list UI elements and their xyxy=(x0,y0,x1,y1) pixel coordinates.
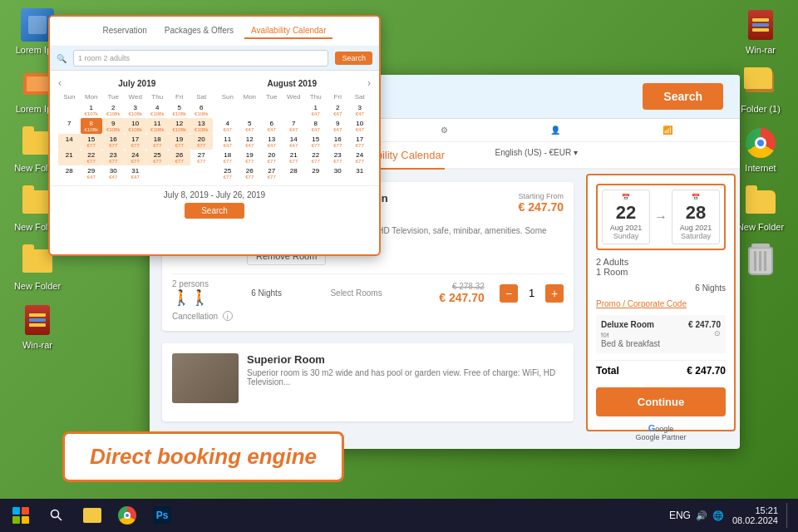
cal-day[interactable]: 24€77 xyxy=(349,150,372,165)
cal-day[interactable]: 13€108k xyxy=(190,118,213,134)
cal-day[interactable]: 21€77 xyxy=(283,150,305,165)
cal-day[interactable]: 12€47 xyxy=(239,134,261,150)
desktop-icon-chrome[interactable]: Internet xyxy=(732,126,790,173)
cal-day[interactable]: 16€77 xyxy=(327,134,349,150)
cal-day[interactable]: 20€77 xyxy=(261,150,283,165)
cal-tab-packages[interactable]: Packages & Offers xyxy=(158,23,240,39)
cal-day[interactable]: 3€47 xyxy=(349,102,372,118)
cal-day[interactable]: 17€77 xyxy=(125,134,147,150)
nav-user-icon[interactable]: 👤 xyxy=(550,126,560,135)
cal-day[interactable]: 4€108k xyxy=(146,102,169,118)
cal-next-btn[interactable]: › xyxy=(367,77,371,89)
cal-day[interactable]: 24€77 xyxy=(125,150,147,165)
cal-day[interactable]: 2€108k xyxy=(102,102,125,118)
cal-day[interactable]: 21 xyxy=(58,150,81,165)
desktop-icon-newfolder-right[interactable]: New Folder xyxy=(732,185,790,232)
capacity-col: 2 persons 🚶🚶 xyxy=(172,279,247,307)
cal-day[interactable]: 16€77 xyxy=(102,134,125,150)
cal-day[interactable]: 14 xyxy=(58,134,81,150)
qty-plus-btn[interactable]: + xyxy=(545,284,564,303)
cal-day[interactable]: 31 xyxy=(349,165,372,181)
cal-day[interactable]: 5€108k xyxy=(169,102,191,118)
cal-day[interactable]: 13€47 xyxy=(261,134,283,150)
continue-button[interactable]: Continue xyxy=(596,387,726,416)
cal-day[interactable]: 30€47 xyxy=(102,165,125,181)
cal-day[interactable]: 25€77 xyxy=(217,165,239,181)
cal-footer: July 8, 2019 - July 26, 2019 Search xyxy=(50,185,379,223)
cal-day[interactable]: 19€77 xyxy=(169,134,191,150)
desktop-icon-recycle-right[interactable] xyxy=(732,244,790,281)
cal-day[interactable]: 27€77 xyxy=(190,150,213,165)
cal-tab-reservation[interactable]: Reservation xyxy=(96,23,154,39)
cal-prev-btn[interactable]: ‹ xyxy=(58,77,62,89)
start-button[interactable] xyxy=(0,499,42,532)
cal-day[interactable]: 31€47 xyxy=(125,165,147,181)
cal-day[interactable]: 29 xyxy=(305,165,328,181)
taskbar-search-btn[interactable] xyxy=(42,499,71,532)
search-button[interactable]: Search xyxy=(643,83,723,110)
cal-day[interactable]: 2€47 xyxy=(327,102,349,118)
cal-day[interactable]: 27€77 xyxy=(261,165,283,181)
cal-day[interactable]: 9€47 xyxy=(327,118,349,134)
nav-wifi-icon[interactable]: 📶 xyxy=(663,126,672,135)
cal-day[interactable]: 23€77 xyxy=(327,150,349,165)
taskbar-chrome[interactable] xyxy=(111,499,144,532)
cal-day[interactable]: 30 xyxy=(327,165,349,181)
cal-day[interactable]: 4€47 xyxy=(217,118,239,134)
price-col: € 278.32 € 247.70 xyxy=(410,282,485,304)
cal-day[interactable]: 17€77 xyxy=(349,134,372,150)
cal-day[interactable]: 15€77 xyxy=(81,134,103,150)
cal-footer-search-btn[interactable]: Search xyxy=(185,203,244,219)
desktop-icon-winrar-left[interactable]: Win-rar xyxy=(8,303,66,350)
qty-minus-btn[interactable]: − xyxy=(500,284,518,303)
cal-day[interactable]: 28 xyxy=(58,165,81,181)
cal-day[interactable]: 9€108k xyxy=(102,118,125,134)
cal-day[interactable]: 5€47 xyxy=(239,118,261,134)
taskbar-explorer[interactable] xyxy=(76,499,109,532)
language-badge[interactable]: English (US) - €EUR ▾ xyxy=(495,148,578,157)
cal-tab-availability[interactable]: Availability Calendar xyxy=(244,23,332,39)
cal-day[interactable]: 1€107k xyxy=(81,102,103,118)
cal-day xyxy=(261,102,283,118)
cal-day[interactable]: 7 xyxy=(58,118,81,134)
promo-link[interactable]: Promo / Corporate Code xyxy=(596,299,726,308)
svg-point-0 xyxy=(52,510,59,518)
cal-day[interactable]: 12€108k xyxy=(169,118,191,134)
nav-settings-icon[interactable]: ⚙ xyxy=(441,126,448,135)
cal-day[interactable]: 1€47 xyxy=(305,102,328,118)
cal-day[interactable]: 10€108k xyxy=(125,118,147,134)
cal-day[interactable]: 22€77 xyxy=(305,150,328,165)
cal-day[interactable]: 8€108k xyxy=(81,118,103,134)
cal-day[interactable]: 10€47 xyxy=(349,118,372,134)
desktop-icon-newfolder-right-label: New Folder xyxy=(737,222,784,232)
cal-day[interactable]: 28 xyxy=(283,165,305,181)
taskbar-right: ENG 🔊 🌐 15:21 08.02.2024 xyxy=(669,503,798,528)
cal-day[interactable]: 11€47 xyxy=(217,134,239,150)
desktop-icon-folder-right[interactable]: Folder (1) xyxy=(732,67,790,114)
cal-day[interactable]: 23€77 xyxy=(102,150,125,165)
cal-day[interactable]: 22€77 xyxy=(81,150,103,165)
desktop-icon-winrar-right-label: Win-rar xyxy=(746,45,776,55)
cal-day[interactable]: 8€47 xyxy=(305,118,328,134)
cal-day[interactable]: 11€108k xyxy=(146,118,169,134)
desktop-icon-winrar-right[interactable]: Win-rar xyxy=(732,8,790,55)
sidebar-date-to: 📅 28 Aug 2021 Saturday xyxy=(672,190,720,244)
cal-day[interactable]: 15€77 xyxy=(305,134,328,150)
cal-day[interactable]: 7€47 xyxy=(283,118,305,134)
cal-day[interactable]: 14€47 xyxy=(283,134,305,150)
cal-day[interactable]: 26€77 xyxy=(169,150,191,165)
cal-day[interactable]: 19€77 xyxy=(239,150,261,165)
chrome-taskbar-icon xyxy=(118,506,136,525)
cal-day[interactable]: 29€47 xyxy=(81,165,103,181)
cal-day[interactable]: 26€77 xyxy=(239,165,261,181)
cal-day[interactable]: 18€77 xyxy=(217,150,239,165)
cal-day[interactable]: 25€77 xyxy=(146,150,169,165)
taskbar-ps[interactable]: Ps xyxy=(145,499,179,532)
cal-day[interactable]: 20€77 xyxy=(190,134,213,150)
cal-day[interactable]: 6€108k xyxy=(190,102,213,118)
cal-day[interactable]: 6€47 xyxy=(261,118,283,134)
taskbar-show-desktop[interactable] xyxy=(786,503,791,528)
cal-overlay-search-btn[interactable]: Search xyxy=(335,52,372,65)
cal-day[interactable]: 3€108k xyxy=(125,102,147,118)
cal-day[interactable]: 18€77 xyxy=(146,134,169,150)
